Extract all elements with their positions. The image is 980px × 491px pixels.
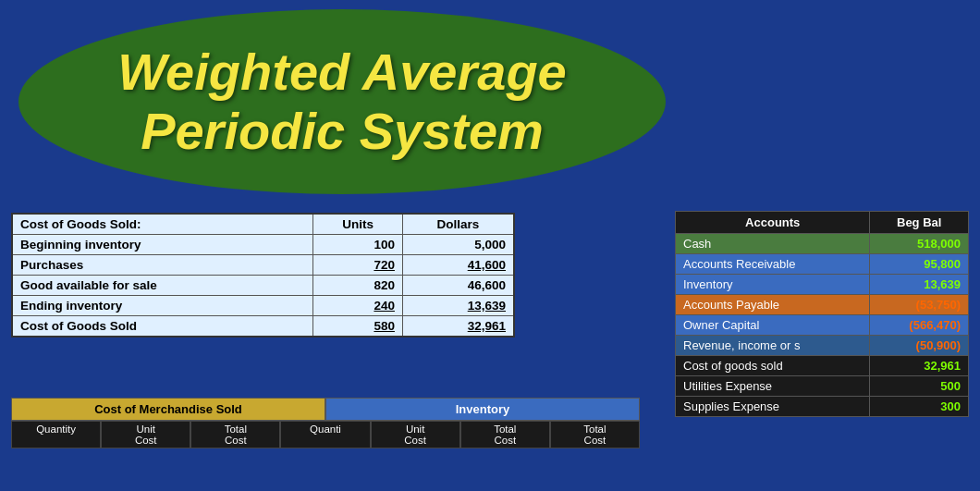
cogs-title-header: Cost of Goods Sold: xyxy=(12,214,313,235)
cogs-row-dollars-0: 5,000 xyxy=(402,235,514,255)
dollars-header: Dollars xyxy=(402,214,514,235)
account-label-6: Cost of goods sold xyxy=(676,356,870,376)
merch-col-quanti: Quanti xyxy=(280,421,370,448)
cogs-row-label-3: Ending inventory xyxy=(12,296,313,316)
account-value-4: (566,470) xyxy=(870,315,969,336)
account-label-8: Supplies Expense xyxy=(676,397,870,417)
account-value-1: 95,800 xyxy=(870,254,969,275)
account-value-2: 13,639 xyxy=(870,275,969,295)
beg-bal-col-header: Beg Bal xyxy=(870,212,969,234)
cogs-row-units-2: 820 xyxy=(313,276,403,296)
merch-col-total-cost: TotalCost xyxy=(190,421,280,448)
accounts-table: Accounts Beg Bal Cash518,000Accounts Rec… xyxy=(675,211,969,417)
cogs-row-dollars-3: 13,639 xyxy=(402,296,514,316)
account-value-7: 500 xyxy=(870,376,969,397)
cogs-row-dollars-2: 46,600 xyxy=(402,276,514,296)
cogs-table-container: Cost of Goods Sold: Units Dollars Beginn… xyxy=(11,213,515,338)
account-value-3: (53,750) xyxy=(870,295,969,315)
merch-left-header: Cost of Merchandise Sold xyxy=(11,398,325,421)
account-label-5: Revenue, income or s xyxy=(676,336,870,356)
account-value-0: 518,000 xyxy=(870,234,969,254)
merch-col-unit-cost: UnitCost xyxy=(101,421,190,448)
units-header: Units xyxy=(313,214,403,235)
accounts-table-container: Accounts Beg Bal Cash518,000Accounts Rec… xyxy=(675,211,969,417)
account-label-4: Owner Capital xyxy=(676,315,870,336)
merch-header-row: Cost of Merchandise Sold Inventory xyxy=(11,398,640,421)
accounts-col-header: Accounts xyxy=(676,212,870,234)
account-label-7: Utilities Expense xyxy=(676,376,870,397)
account-value-6: 32,961 xyxy=(870,356,969,376)
merch-col-quantity: Quantity xyxy=(11,421,101,448)
merch-subheader: Quantity UnitCost TotalCost Quanti UnitC… xyxy=(11,421,640,448)
cogs-row-units-3: 240 xyxy=(313,296,403,316)
account-label-1: Accounts Receivable xyxy=(676,254,870,275)
cogs-row-dollars-1: 41,600 xyxy=(402,255,514,276)
merch-right-header: Inventory xyxy=(325,398,640,421)
account-value-8: 300 xyxy=(870,397,969,417)
cogs-row-dollars-4: 32,961 xyxy=(402,316,514,338)
merch-col-unit-cost2: UnitCost xyxy=(371,421,460,448)
cogs-row-units-0: 100 xyxy=(313,235,403,255)
cogs-row-units-1: 720 xyxy=(313,255,403,276)
cogs-row-label-0: Beginning inventory xyxy=(12,235,313,255)
account-value-5: (50,900) xyxy=(870,336,969,356)
merch-col-total-cost2: TotalCost xyxy=(460,421,550,448)
page-title: Weighted Average Periodic System xyxy=(117,43,566,162)
account-label-2: Inventory xyxy=(676,275,870,295)
cogs-table: Cost of Goods Sold: Units Dollars Beginn… xyxy=(11,213,515,338)
merch-col-total-cost3: TotalCost xyxy=(550,421,640,448)
cogs-row-units-4: 580 xyxy=(313,316,403,338)
account-label-3: Accounts Payable xyxy=(676,295,870,315)
cogs-row-label-4: Cost of Goods Sold xyxy=(12,316,313,338)
account-label-0: Cash xyxy=(676,234,870,254)
cogs-row-label-2: Good available for sale xyxy=(12,276,313,296)
merch-inventory-table: Cost of Merchandise Sold Inventory Quant… xyxy=(11,398,640,448)
cogs-row-label-1: Purchases xyxy=(12,255,313,276)
header-ellipse: Weighted Average Periodic System xyxy=(18,9,666,194)
